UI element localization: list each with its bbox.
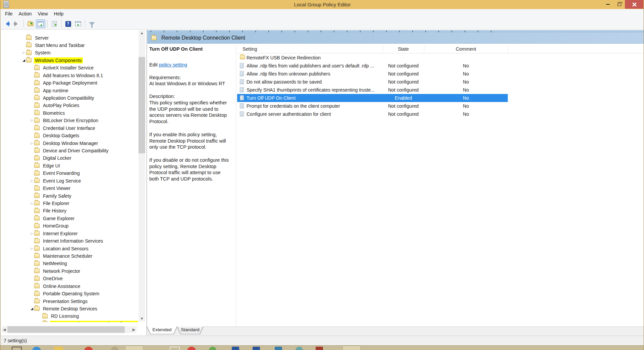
scrollbar-thumb[interactable] [7, 326, 125, 333]
tree-item-file-history[interactable]: File History [30, 207, 67, 215]
tree-item-activex-installer-service[interactable]: ActiveX Installer Service [30, 64, 95, 72]
word-icon[interactable] [232, 347, 239, 350]
tree-horizontal-scrollbar[interactable]: ◀ ▶ [2, 326, 137, 333]
scroll-right-icon[interactable]: ▶ [131, 326, 137, 333]
collapse-arrow-icon[interactable]: ◢ [30, 307, 34, 310]
tree-item-system[interactable]: ▷System [21, 49, 52, 57]
expand-arrow-icon[interactable]: ▷ [30, 247, 34, 250]
tree-item-bitlocker-drive-encryption[interactable]: ▷BitLocker Drive Encryption [30, 117, 99, 124]
close-button[interactable] [625, 0, 643, 9]
restore-button[interactable] [613, 0, 625, 9]
file-explorer-icon[interactable] [54, 347, 63, 350]
expand-arrow-icon[interactable]: ▷ [30, 202, 34, 205]
toggle-console-tree-button[interactable] [36, 19, 45, 28]
tree-item-homegroup[interactable]: HomeGroup [30, 222, 69, 230]
tree-item-edge-ui[interactable]: Edge UI [30, 162, 61, 169]
column-header-comment[interactable]: Comment [424, 45, 508, 53]
menu-item-help[interactable]: Help [51, 10, 67, 18]
teal-app-icon[interactable] [296, 347, 303, 350]
start-button[interactable] [12, 347, 22, 350]
export-list-button[interactable] [50, 19, 59, 28]
tree-item-portable-operating-system[interactable]: Portable Operating System [30, 290, 100, 298]
setting-row-remotefx-usb-device-redirection[interactable]: RemoteFX USB Device Redirection [237, 54, 633, 62]
media-app-icon[interactable] [187, 347, 196, 350]
tree-item-desktop-window-manager[interactable]: ▷Desktop Window Manager [30, 139, 99, 147]
back-button[interactable] [2, 19, 11, 28]
tree-item-rd-licensing[interactable]: RD Licensing [38, 312, 80, 320]
menu-item-action[interactable]: Action [16, 10, 35, 18]
tree-item-autoplay-policies[interactable]: AutoPlay Policies [30, 102, 80, 109]
tree-item-netmeeting[interactable]: NetMeeting [30, 260, 68, 267]
tree-vertical-scrollbar[interactable]: ▲ ▼ [139, 30, 145, 321]
internet-explorer-icon[interactable] [32, 347, 41, 350]
expand-arrow-icon[interactable]: ▷ [30, 232, 34, 235]
tree-item-add-features-to-windows-8-1[interactable]: Add features to Windows 8.1 [30, 71, 104, 79]
tree-item-presentation-settings[interactable]: Presentation Settings [30, 297, 89, 305]
column-separator[interactable] [424, 45, 424, 53]
expand-arrow-icon[interactable]: ▷ [21, 51, 26, 54]
tree-item-start-menu-and-taskbar[interactable]: Start Menu and Taskbar [21, 41, 86, 49]
green-app-icon[interactable] [209, 347, 216, 350]
tab-standard[interactable]: Standard [177, 327, 204, 334]
column-header-setting[interactable]: Setting [243, 45, 257, 53]
tree-item-application-compatibility[interactable]: Application Compatibility [30, 94, 95, 102]
tree-item-location-and-sensors[interactable]: ▷Location and Sensors [30, 245, 89, 252]
tree-item-credential-user-interface[interactable]: Credential User Interface [30, 124, 96, 132]
tree-item-game-explorer[interactable]: Game Explorer [30, 214, 75, 222]
help-button[interactable]: ? [63, 19, 73, 28]
tree-item-online-assistance[interactable]: Online Assistance [30, 282, 81, 290]
tree-item-internet-information-services[interactable]: Internet Information Services [30, 237, 104, 245]
highlighted-app-slot[interactable] [342, 346, 361, 350]
tree-item-family-safety[interactable]: Family Safety [30, 192, 72, 200]
tree-item-remote-desktop-connection-client[interactable]: ▷Remote Desktop Connection Client [38, 320, 138, 322]
setting-row-configure-server-authentication-for-client[interactable]: Configure server authentication for clie… [237, 110, 633, 118]
setting-row-specify-sha1-thumbprints-of-certificates-representing-truste[interactable]: Specify SHA1 thumbprints of certificates… [237, 86, 633, 94]
tree-item-remote-desktop-services[interactable]: ◢Remote Desktop Services [30, 305, 98, 312]
setting-row-prompt-for-credentials-on-the-client-computer[interactable]: Prompt for credentials on the client com… [237, 102, 633, 110]
scroll-up-icon[interactable]: ▲ [139, 30, 145, 36]
menu-item-view[interactable]: View [35, 10, 51, 18]
setting-row-allow-rdp-files-from-valid-publishers-and-user-s-default-rdp[interactable]: Allow .rdp files from valid publishers a… [237, 62, 633, 70]
expand-arrow-icon[interactable]: ▷ [30, 142, 34, 145]
setting-row-turn-off-udp-on-client[interactable]: Turn Off UDP On ClientEnabledNo [237, 94, 508, 102]
word-icon-2[interactable] [253, 347, 260, 350]
setting-row-allow-rdp-files-from-unknown-publishers[interactable]: Allow .rdp files from unknown publishers… [237, 70, 633, 78]
up-one-level-button[interactable] [26, 19, 35, 28]
tree-item-desktop-gadgets[interactable]: Desktop Gadgets [30, 132, 80, 140]
column-header-state[interactable]: State [383, 45, 424, 53]
tree-item-network-projector[interactable]: Network Projector [30, 267, 81, 275]
active-app-slot[interactable] [125, 346, 143, 350]
expand-arrow-icon[interactable]: ▷ [30, 179, 34, 183]
filter-button[interactable] [87, 19, 97, 28]
tree-item-onedrive[interactable]: OneDrive [30, 275, 64, 283]
tree-item-server[interactable]: Server [21, 34, 50, 42]
gray-app-icon[interactable] [111, 347, 118, 350]
tree-item-digital-locker[interactable]: Digital Locker [30, 154, 72, 162]
scroll-left-icon[interactable]: ◀ [2, 326, 7, 333]
policy-setting-link[interactable]: policy setting [159, 62, 187, 67]
setting-row-do-not-allow-passwords-to-be-saved[interactable]: Do not allow passwords to be savedNot co… [237, 78, 633, 86]
menu-item-file[interactable]: File [2, 10, 16, 18]
scroll-down-icon[interactable]: ▼ [139, 316, 145, 321]
tab-extended[interactable]: Extended [147, 327, 177, 334]
tree-item-file-explorer[interactable]: ▷File Explorer [30, 199, 70, 207]
tree-item-event-log-service[interactable]: ▷Event Log Service [30, 177, 82, 185]
collapse-arrow-icon[interactable]: ◢ [21, 58, 26, 62]
tree-item-app-runtime[interactable]: App runtime [30, 87, 69, 94]
dark-red-app-icon[interactable] [316, 347, 323, 350]
tree-item-windows-components[interactable]: ◢Windows Components [21, 56, 83, 64]
tree-item-biometrics[interactable]: Biometrics [30, 109, 66, 117]
expand-arrow-icon[interactable]: ▷ [30, 119, 34, 122]
column-separator[interactable] [508, 45, 508, 53]
minimize-button[interactable] [602, 0, 613, 9]
tree-item-app-package-deployment[interactable]: App Package Deployment [30, 79, 98, 87]
blue-app-icon[interactable] [275, 347, 282, 350]
show-window-button[interactable] [73, 19, 83, 28]
notepad-icon[interactable] [170, 347, 180, 350]
scrollbar-thumb[interactable] [139, 57, 145, 153]
tree-item-maintenance-scheduler[interactable]: Maintenance Scheduler [30, 252, 93, 260]
tree-item-device-and-driver-compatibility[interactable]: Device and Driver Compatibility [30, 147, 109, 154]
red-app-icon[interactable] [84, 347, 93, 350]
tree-item-event-forwarding[interactable]: Event Forwarding [30, 169, 81, 177]
forward-button[interactable] [12, 19, 21, 28]
